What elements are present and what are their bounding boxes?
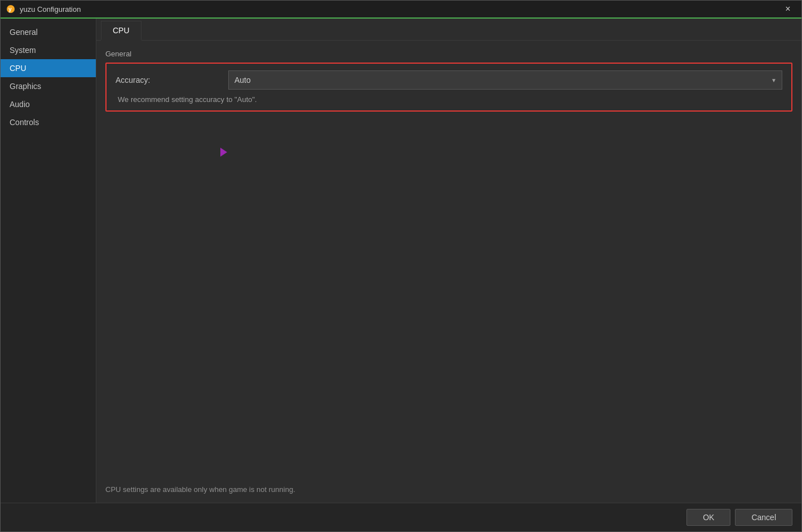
accuracy-label: Accuracy:	[116, 76, 228, 85]
main-window: y yuzu Configuration × General System CP…	[0, 0, 802, 532]
window-title: yuzu Configuration	[20, 5, 780, 14]
main-panel: CPU General Accuracy: Auto Unsafe Parano…	[96, 19, 801, 503]
sidebar-item-system[interactable]: System	[1, 41, 96, 59]
accuracy-select-wrapper: Auto Unsafe Paranoid	[228, 70, 782, 90]
sidebar-item-graphics[interactable]: Graphics	[1, 77, 96, 95]
cpu-bottom-note: CPU settings are available only when gam…	[105, 485, 295, 494]
dialog-footer: OK Cancel	[1, 503, 801, 531]
section-label-general: General	[105, 50, 792, 58]
tab-bar: CPU	[96, 19, 801, 41]
app-icon: y	[6, 5, 15, 14]
panel-content: General Accuracy: Auto Unsafe Paranoid	[96, 41, 801, 503]
accuracy-row: Accuracy: Auto Unsafe Paranoid	[116, 70, 782, 90]
svg-text:y: y	[8, 6, 12, 12]
titlebar: y yuzu Configuration ×	[1, 1, 801, 19]
cancel-button[interactable]: Cancel	[735, 509, 792, 526]
accuracy-select[interactable]: Auto Unsafe Paranoid	[228, 70, 782, 90]
close-button[interactable]: ×	[780, 3, 796, 15]
ok-button[interactable]: OK	[686, 509, 730, 526]
sidebar: General System CPU Graphics Audio Contro…	[1, 19, 96, 503]
cpu-settings-box: Accuracy: Auto Unsafe Paranoid We recomm…	[105, 63, 792, 112]
sidebar-item-cpu[interactable]: CPU	[1, 59, 96, 77]
content-area: General System CPU Graphics Audio Contro…	[1, 19, 801, 503]
sidebar-item-general[interactable]: General	[1, 23, 96, 41]
sidebar-item-audio[interactable]: Audio	[1, 95, 96, 113]
tab-cpu[interactable]: CPU	[101, 21, 141, 41]
cursor-indicator	[220, 148, 227, 157]
sidebar-item-controls[interactable]: Controls	[1, 113, 96, 131]
accuracy-hint: We recommend setting accuracy to "Auto".	[116, 95, 782, 104]
